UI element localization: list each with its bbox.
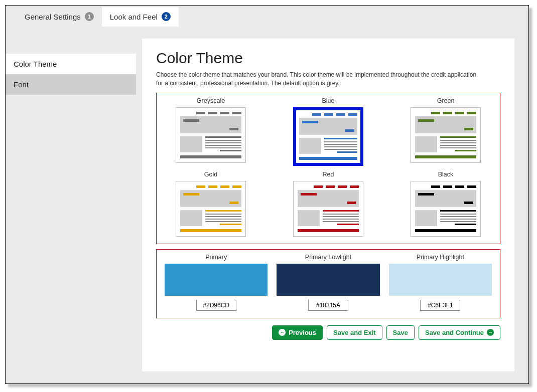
button-label: Save bbox=[393, 329, 408, 336]
color-swatch[interactable] bbox=[277, 264, 379, 296]
content-card: Color Theme Choose the color theme that … bbox=[142, 39, 514, 371]
swatch-primary-highlight: Primary Highlight bbox=[389, 254, 492, 311]
color-swatch[interactable] bbox=[389, 264, 492, 296]
tab-label: General Settings bbox=[25, 13, 81, 21]
tab-general-settings[interactable]: General Settings 1 bbox=[17, 7, 102, 27]
sidebar-item-font[interactable]: Font bbox=[6, 74, 136, 95]
main-panel: Color Theme Choose the color theme that … bbox=[136, 27, 528, 383]
tab-label: Look and Feel bbox=[110, 13, 158, 21]
theme-label: Blue bbox=[282, 97, 374, 104]
hex-input[interactable] bbox=[196, 300, 236, 311]
theme-option-greyscale[interactable]: Greyscale bbox=[165, 97, 257, 166]
theme-label: Greyscale bbox=[165, 97, 257, 104]
save-and-continue-button[interactable]: Save and Continue → bbox=[419, 325, 500, 340]
sidebar-item-label: Color Theme bbox=[14, 60, 57, 68]
tab-bar: General Settings 1 Look and Feel 2 bbox=[6, 6, 528, 27]
tab-look-and-feel[interactable]: Look and Feel 2 bbox=[102, 7, 179, 27]
hex-input[interactable] bbox=[308, 300, 348, 311]
theme-grid: GreyscaleBlueGreenGoldRedBlack bbox=[165, 97, 492, 237]
theme-thumbnail[interactable] bbox=[411, 181, 481, 237]
save-button[interactable]: Save bbox=[386, 325, 415, 340]
swatch-label: Primary Lowlight bbox=[277, 254, 379, 261]
theme-label: Green bbox=[399, 97, 492, 104]
swatch-row: PrimaryPrimary LowlightPrimary Highlight bbox=[165, 254, 492, 311]
theme-option-red[interactable]: Red bbox=[282, 171, 374, 237]
theme-option-blue[interactable]: Blue bbox=[282, 97, 374, 166]
theme-option-gold[interactable]: Gold bbox=[165, 171, 257, 237]
swatch-label: Primary Highlight bbox=[389, 254, 492, 261]
app-frame: General Settings 1 Look and Feel 2 Color… bbox=[5, 5, 529, 384]
color-swatch[interactable] bbox=[165, 264, 267, 296]
tab-step-badge: 2 bbox=[162, 12, 171, 21]
button-label: Save and Exit bbox=[333, 329, 376, 336]
theme-label: Black bbox=[399, 171, 492, 178]
theme-thumbnail[interactable] bbox=[293, 107, 363, 166]
page-title: Color Theme bbox=[156, 50, 500, 67]
swatch-group: PrimaryPrimary LowlightPrimary Highlight bbox=[156, 249, 500, 318]
save-and-exit-button[interactable]: Save and Exit bbox=[327, 325, 382, 340]
swatch-label: Primary bbox=[165, 254, 267, 261]
button-label: Previous bbox=[289, 329, 316, 336]
arrow-right-icon: → bbox=[487, 329, 494, 336]
swatch-primary: Primary bbox=[165, 254, 267, 311]
theme-label: Gold bbox=[165, 171, 257, 178]
theme-option-black[interactable]: Black bbox=[399, 171, 492, 237]
theme-thumbnail[interactable] bbox=[411, 107, 481, 163]
arrow-left-icon: ← bbox=[279, 329, 286, 336]
theme-label: Red bbox=[282, 171, 374, 178]
previous-button[interactable]: ← Previous bbox=[272, 325, 323, 340]
swatch-primary-lowlight: Primary Lowlight bbox=[277, 254, 379, 311]
theme-option-green[interactable]: Green bbox=[399, 97, 492, 166]
sidebar-item-color-theme[interactable]: Color Theme bbox=[6, 54, 136, 74]
page-description: Choose the color theme that matches your… bbox=[156, 71, 477, 88]
button-label: Save and Continue bbox=[425, 329, 484, 336]
hex-input[interactable] bbox=[420, 300, 460, 311]
theme-thumbnail[interactable] bbox=[293, 181, 363, 237]
sidebar: Color Theme Font bbox=[6, 27, 136, 383]
button-row: ← Previous Save and Exit Save Save and C… bbox=[156, 325, 500, 340]
sidebar-item-label: Font bbox=[14, 80, 29, 89]
theme-thumbnail[interactable] bbox=[176, 181, 246, 237]
tab-step-badge: 1 bbox=[85, 12, 94, 21]
theme-thumbnail[interactable] bbox=[176, 107, 246, 163]
content-row: Color Theme Font Color Theme Choose the … bbox=[6, 27, 528, 383]
theme-picker-group: GreyscaleBlueGreenGoldRedBlack bbox=[156, 93, 500, 244]
